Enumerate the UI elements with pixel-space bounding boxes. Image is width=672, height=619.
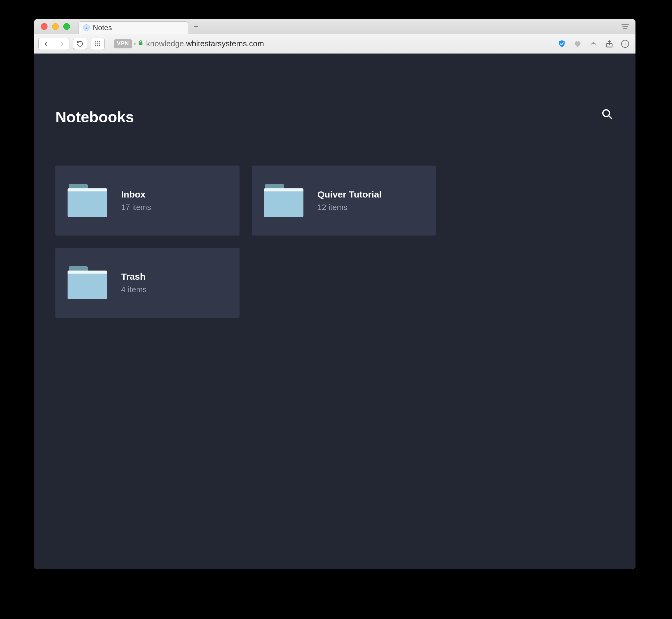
nav-buttons bbox=[38, 38, 69, 50]
notebook-name: Quiver Tutorial bbox=[318, 189, 382, 200]
svg-point-3 bbox=[95, 43, 96, 45]
tab-bar: ≡ Notes + bbox=[34, 19, 635, 34]
address-bar[interactable]: VPN knowledge.whitestarsystems.com bbox=[114, 39, 264, 48]
page-title: Notebooks bbox=[55, 108, 614, 126]
svg-rect-9 bbox=[139, 42, 142, 45]
notebook-name: Inbox bbox=[121, 189, 151, 200]
notebook-count: 4 items bbox=[121, 285, 147, 294]
notebook-card-quiver-tutorial[interactable]: Quiver Tutorial 12 items bbox=[252, 165, 436, 235]
page-content: Notebooks Inbox 17 items Quiver Tutoria bbox=[34, 54, 635, 569]
svg-point-8 bbox=[99, 45, 100, 46]
minimize-window-button[interactable] bbox=[52, 23, 59, 30]
svg-point-7 bbox=[97, 45, 98, 46]
notebook-count: 17 items bbox=[121, 203, 151, 212]
url-domain: whitestarsystems.com bbox=[186, 39, 264, 48]
notebook-count: 12 items bbox=[318, 203, 382, 212]
lock-icon bbox=[138, 40, 144, 48]
notebook-name: Trash bbox=[121, 271, 147, 282]
svg-line-13 bbox=[609, 116, 612, 119]
new-tab-button[interactable]: + bbox=[190, 20, 202, 32]
download-icon bbox=[621, 40, 629, 48]
notebook-info: Trash 4 items bbox=[121, 271, 147, 294]
folder-icon bbox=[264, 184, 304, 217]
url-text: knowledge.whitestarsystems.com bbox=[146, 39, 264, 48]
svg-point-4 bbox=[97, 43, 98, 45]
notebook-info: Quiver Tutorial 12 items bbox=[318, 189, 382, 212]
svg-point-2 bbox=[99, 41, 100, 42]
notebook-card-trash[interactable]: Trash 4 items bbox=[55, 248, 240, 318]
folder-icon bbox=[68, 184, 107, 217]
browser-window: ≡ Notes + VPN bbox=[34, 19, 635, 569]
svg-point-6 bbox=[95, 45, 96, 46]
notebook-info: Inbox 17 items bbox=[121, 189, 151, 212]
notebook-grid: Inbox 17 items Quiver Tutorial 12 items bbox=[55, 165, 614, 318]
svg-point-10 bbox=[593, 42, 594, 44]
toolbar: VPN knowledge.whitestarsystems.com bbox=[34, 34, 635, 54]
svg-point-12 bbox=[603, 110, 610, 117]
svg-point-5 bbox=[99, 43, 100, 45]
search-button[interactable] bbox=[601, 108, 614, 121]
close-window-button[interactable] bbox=[41, 23, 48, 30]
vpn-badge: VPN bbox=[114, 39, 132, 48]
reload-button[interactable] bbox=[73, 38, 87, 50]
folder-icon bbox=[68, 266, 107, 299]
separator-dot bbox=[134, 43, 136, 45]
url-subdomain: knowledge. bbox=[146, 39, 186, 48]
all-tabs-button[interactable] bbox=[620, 22, 630, 31]
favorite-icon[interactable] bbox=[572, 38, 584, 50]
extension-shield-icon[interactable] bbox=[556, 38, 568, 50]
fullscreen-window-button[interactable] bbox=[63, 23, 70, 30]
apps-button[interactable] bbox=[91, 38, 105, 50]
extension-tool-icon[interactable] bbox=[587, 38, 600, 50]
forward-button[interactable] bbox=[54, 38, 69, 50]
browser-tab[interactable]: ≡ Notes bbox=[78, 21, 188, 34]
svg-point-1 bbox=[97, 41, 98, 42]
downloads-button[interactable] bbox=[619, 38, 631, 50]
share-button[interactable] bbox=[603, 38, 615, 50]
notebook-card-inbox[interactable]: Inbox 17 items bbox=[55, 165, 240, 235]
svg-point-0 bbox=[95, 41, 96, 42]
tab-favicon: ≡ bbox=[83, 24, 90, 31]
window-controls bbox=[37, 23, 73, 30]
tab-title: Notes bbox=[93, 23, 112, 32]
back-button[interactable] bbox=[39, 38, 54, 50]
